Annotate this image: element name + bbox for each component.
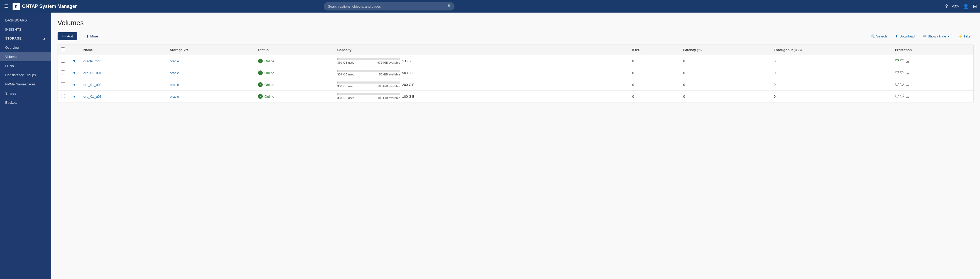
- throughput-header[interactable]: Throughput (MB/s): [771, 45, 892, 55]
- global-search[interactable]: 🔍: [324, 2, 455, 11]
- iops-value: 0: [632, 59, 634, 63]
- name-cell: ora_01_u03: [80, 91, 167, 102]
- storage-vm-link[interactable]: oracle: [170, 94, 179, 99]
- select-all-header[interactable]: [58, 45, 68, 55]
- sidebar-item-volumes[interactable]: Volumes: [0, 52, 51, 61]
- volume-name-link[interactable]: ora_01_u03: [83, 94, 102, 99]
- protection-icon-2: ☁: [905, 82, 910, 87]
- iops-header[interactable]: IOPS: [629, 45, 680, 55]
- row-checkbox[interactable]: [61, 82, 65, 86]
- expand-cell[interactable]: ▼: [68, 79, 80, 91]
- sidebar: DASHBOARD INSIGHTS STORAGE ▲ Overview Vo…: [0, 13, 51, 279]
- row-checkbox[interactable]: [61, 70, 65, 74]
- volume-name-link[interactable]: ora_01_u01: [83, 71, 102, 75]
- row-checkbox-cell[interactable]: [58, 67, 68, 79]
- dev-tools-icon[interactable]: </>: [952, 4, 959, 9]
- status-cell: ✓ Online: [255, 91, 334, 102]
- throughput-cell: 0: [771, 79, 892, 91]
- latency-cell: 0: [680, 79, 771, 91]
- expand-button[interactable]: ▼: [72, 58, 77, 64]
- volume-name-link[interactable]: ora_01_u02: [83, 83, 102, 87]
- capacity-labels: 304 KiB used 50 GiB available: [337, 73, 400, 76]
- storage-vm-link[interactable]: oracle: [170, 59, 179, 63]
- expand-button[interactable]: ▼: [72, 94, 77, 99]
- storage-vm-cell: oracle: [167, 67, 255, 79]
- header: ☰ n ONTAP System Manager 🔍 ? </> 👤 ⊞: [0, 0, 980, 13]
- protection-icon-0: 🛡: [895, 70, 899, 75]
- online-icon: ✓: [258, 70, 263, 75]
- table-row: ▼ oracle_root oracle ✓ Online: [58, 55, 974, 67]
- storage-vm-header[interactable]: Storage VM: [167, 45, 255, 55]
- latency-header-text: Latency: [683, 48, 696, 52]
- expand-header: [68, 45, 80, 55]
- search-input[interactable]: [324, 2, 455, 11]
- capacity-labels: 308 KiB used 100 GiB available: [337, 96, 400, 100]
- sidebar-item-nvme-namespaces[interactable]: NVMe Namespaces: [0, 80, 51, 89]
- latency-header[interactable]: Latency (ms): [680, 45, 771, 55]
- capacity-bar-area: 360 KiB used 972 MiB available: [337, 58, 400, 64]
- menu-icon[interactable]: ☰: [3, 2, 10, 10]
- protection-icon-0: 🛡: [895, 59, 899, 64]
- sidebar-item-overview[interactable]: Overview: [0, 43, 51, 52]
- add-button[interactable]: + + Add: [57, 32, 77, 40]
- capacity-cell: 360 KiB used 972 MiB available 1 GiB: [334, 55, 629, 67]
- sidebar-item-dashboard[interactable]: DASHBOARD: [0, 16, 51, 25]
- protection-icons: 🛡🛡☁: [895, 94, 970, 99]
- capacity-used: 308 KiB used: [337, 96, 354, 100]
- capacity-bar-area: 308 KiB used 100 GiB available: [337, 93, 400, 100]
- throughput-cell: 0: [771, 67, 892, 79]
- iops-cell: 0: [629, 55, 680, 67]
- row-checkbox-cell[interactable]: [58, 55, 68, 67]
- protection-icon-0: 🛡: [895, 94, 899, 99]
- latency-cell: 0: [680, 67, 771, 79]
- protection-cell: 🛡🛡☁: [892, 91, 974, 102]
- more-button[interactable]: ⋮ ⋮ More: [79, 32, 101, 40]
- storage-vm-link[interactable]: oracle: [170, 71, 179, 75]
- help-icon[interactable]: ?: [945, 4, 948, 9]
- name-header[interactable]: Name: [80, 45, 167, 55]
- storage-vm-cell: oracle: [167, 55, 255, 67]
- protection-header[interactable]: Protection: [892, 45, 974, 55]
- capacity-row: 360 KiB used 972 MiB available 1 GiB: [337, 58, 626, 64]
- iops-cell: 0: [629, 79, 680, 91]
- capacity-row: 308 KiB used 200 GiB available 200 GiB: [337, 81, 626, 88]
- row-checkbox[interactable]: [61, 59, 65, 62]
- apps-icon[interactable]: ⊞: [973, 3, 977, 9]
- expand-button[interactable]: ▼: [72, 82, 77, 87]
- filter-button[interactable]: ⚡ Filter: [956, 33, 974, 40]
- search-button[interactable]: 🔍 Search: [869, 33, 889, 40]
- status-online: ✓ Online: [258, 94, 331, 99]
- capacity-used: 304 KiB used: [337, 73, 354, 76]
- row-checkbox[interactable]: [61, 94, 65, 98]
- volumes-table: Name Storage VM Status Capacity IOPS: [57, 45, 974, 102]
- capacity-row: 308 KiB used 100 GiB available 100 GiB: [337, 93, 626, 100]
- download-button[interactable]: ⬇ Download: [893, 33, 917, 40]
- storage-vm-link[interactable]: oracle: [170, 83, 179, 87]
- sidebar-item-luns[interactable]: LUNs: [0, 61, 51, 70]
- throughput-header-text: Throughput: [774, 48, 793, 52]
- capacity-available: 200 GiB available: [378, 84, 400, 88]
- expand-cell[interactable]: ▼: [68, 55, 80, 67]
- show-hide-button[interactable]: 👁 Show / Hide ▼: [921, 33, 952, 40]
- row-checkbox-cell[interactable]: [58, 91, 68, 102]
- row-checkbox-cell[interactable]: [58, 79, 68, 91]
- capacity-header[interactable]: Capacity: [334, 45, 629, 55]
- chevron-down-icon: ▼: [947, 35, 950, 38]
- expand-button[interactable]: ▼: [72, 70, 77, 75]
- user-icon[interactable]: 👤: [963, 3, 969, 9]
- sidebar-item-buckets[interactable]: Buckets: [0, 98, 51, 107]
- status-header[interactable]: Status: [255, 45, 334, 55]
- sidebar-item-insights[interactable]: INSIGHTS: [0, 25, 51, 34]
- expand-cell[interactable]: ▼: [68, 67, 80, 79]
- volumes-data-table: Name Storage VM Status Capacity IOPS: [58, 45, 974, 102]
- sidebar-item-consistency-groups[interactable]: Consistency Groups: [0, 70, 51, 80]
- throughput-value: 0: [774, 94, 776, 99]
- volume-name-link[interactable]: oracle_root: [83, 59, 100, 63]
- plus-icon: +: [62, 34, 64, 38]
- protection-icon-1: 🛡: [900, 70, 904, 75]
- select-all-checkbox[interactable]: [61, 48, 65, 51]
- expand-cell[interactable]: ▼: [68, 91, 80, 102]
- sidebar-item-shares[interactable]: Shares: [0, 89, 51, 98]
- status-text: Online: [264, 71, 274, 75]
- sidebar-storage-category[interactable]: STORAGE ▲: [0, 34, 51, 43]
